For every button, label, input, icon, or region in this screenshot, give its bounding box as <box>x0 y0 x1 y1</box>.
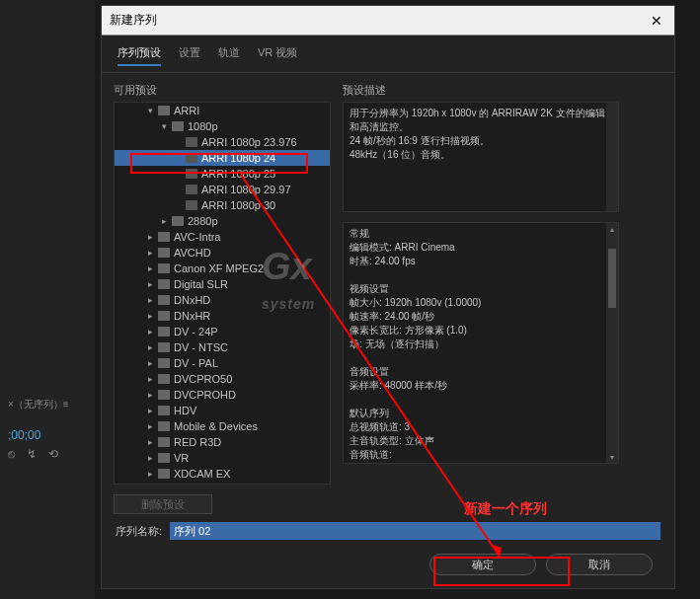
chevron-icon[interactable]: ▸ <box>148 342 158 352</box>
chevron-icon[interactable]: ▸ <box>148 406 158 415</box>
folder-icon <box>158 279 170 289</box>
tree-folder[interactable]: ▸XDCAM EX <box>115 466 330 482</box>
folder-icon <box>158 295 170 305</box>
chevron-icon[interactable]: ▸ <box>148 311 158 321</box>
tree-folder[interactable]: ▸VR <box>115 450 330 466</box>
panel-icon[interactable]: ⟲ <box>48 447 58 461</box>
folder-icon <box>172 216 184 226</box>
preset-file-icon <box>186 153 197 163</box>
available-presets-label: 可用预设 <box>114 83 331 98</box>
tree-item-label: ARRI 1080p 24 <box>201 152 275 164</box>
chevron-icon[interactable]: ▸ <box>148 295 158 305</box>
scroll-down-icon[interactable]: ▾ <box>606 451 618 463</box>
tree-folder[interactable]: ▸DVCPRO50 <box>115 371 330 387</box>
close-icon[interactable]: ✕ <box>647 13 666 29</box>
chevron-icon[interactable]: ▸ <box>148 390 158 400</box>
tree-preset-item[interactable]: ARRI 1080p 23.976 <box>115 134 330 150</box>
chevron-icon[interactable]: ▸ <box>148 232 158 242</box>
tree-folder[interactable]: ▸AVC-Intra <box>115 229 330 245</box>
preset-file-icon <box>186 137 197 147</box>
timecode[interactable]: ;00;00 <box>0 428 40 442</box>
tree-folder[interactable]: ▸Digital SLR <box>115 276 330 292</box>
tree-folder[interactable]: ▸RED R3D <box>115 434 330 450</box>
chevron-icon[interactable]: ▸ <box>148 421 158 431</box>
ok-button[interactable]: 确定 <box>429 554 536 575</box>
folder-icon <box>158 358 170 368</box>
chevron-icon[interactable]: ▸ <box>148 327 158 337</box>
preset-desc-label: 预设描述 <box>343 83 662 98</box>
tree-item-label: Digital SLR <box>174 278 228 290</box>
preset-file-icon <box>186 169 197 179</box>
tree-folder[interactable]: ▸Mobile & Devices <box>115 418 330 434</box>
tree-item-label: DVCPROHD <box>174 389 236 401</box>
tree-preset-item[interactable]: ARRI 1080p 30 <box>115 197 330 213</box>
project-icons: ⎋ ↯ ⟲ <box>8 447 58 461</box>
tree-folder[interactable]: ▾1080p <box>115 118 330 134</box>
sequence-name-input[interactable] <box>170 522 661 540</box>
tree-item-label: RED R3D <box>174 436 221 448</box>
delete-preset-button[interactable]: 删除预设 <box>114 494 212 514</box>
folder-icon <box>158 421 170 431</box>
new-sequence-dialog: 新建序列 ✕ 序列预设 设置 轨道 VR 视频 可用预设 ▾ARRI▾1080p… <box>101 5 675 589</box>
chevron-icon[interactable]: ▸ <box>148 469 158 479</box>
tree-item-label: DV - NTSC <box>174 341 228 353</box>
tree-folder[interactable]: ▸2880p <box>115 213 330 229</box>
tree-preset-item[interactable]: ARRI 1080p 25 <box>115 166 330 182</box>
folder-icon <box>158 106 170 115</box>
tree-item-label: ARRI 1080p 29.97 <box>201 184 291 195</box>
chevron-icon[interactable]: ▸ <box>148 248 158 258</box>
panel-icon[interactable]: ↯ <box>27 447 37 461</box>
tree-folder[interactable]: ▸DNxHR <box>115 308 330 324</box>
preset-tree[interactable]: ▾ARRI▾1080pARRI 1080p 23.976ARRI 1080p 2… <box>114 102 331 485</box>
tab-tracks[interactable]: 轨道 <box>218 45 240 66</box>
scroll-thumb[interactable] <box>608 249 616 308</box>
tree-item-label: Canon XF MPEG2 <box>174 262 264 274</box>
tab-vr[interactable]: VR 视频 <box>258 45 297 66</box>
tree-folder[interactable]: ▸DV - PAL <box>115 355 330 371</box>
dialog-titlebar: 新建序列 ✕ <box>102 6 674 36</box>
folder-icon <box>158 374 170 384</box>
chevron-icon[interactable]: ▸ <box>148 279 158 289</box>
tree-item-label: AVC-Intra <box>174 231 220 243</box>
tree-item-label: DNxHD <box>174 294 210 306</box>
folder-icon <box>158 453 170 463</box>
scrollbar[interactable] <box>606 103 618 211</box>
folder-icon <box>158 327 170 337</box>
scrollbar[interactable]: ▴ ▾ <box>606 223 618 463</box>
tree-item-label: XDCAM EX <box>174 468 230 480</box>
tree-folder[interactable]: ▸DV - 24P <box>115 324 330 339</box>
tree-folder[interactable]: ▸DVCPROHD <box>115 387 330 403</box>
tree-folder[interactable]: ▸DNxHD <box>115 292 330 308</box>
folder-icon <box>158 437 170 447</box>
tree-folder[interactable]: ▾ARRI <box>115 103 330 118</box>
tree-preset-item[interactable]: ARRI 1080p 29.97 <box>115 182 330 197</box>
tree-item-label: VR <box>174 452 189 464</box>
tab-settings[interactable]: 设置 <box>179 45 200 66</box>
tree-item-label: HDV <box>174 405 196 416</box>
tree-folder[interactable]: ▸Canon XF MPEG2 <box>115 261 330 276</box>
tab-preset[interactable]: 序列预设 <box>117 45 161 66</box>
chevron-icon[interactable]: ▸ <box>162 216 172 226</box>
chevron-icon[interactable]: ▾ <box>162 121 172 131</box>
project-panel-header: ×（无序列）≡ <box>0 398 69 412</box>
tree-item-label: 1080p <box>188 120 218 132</box>
panel-icon[interactable]: ⎋ <box>8 447 15 461</box>
scroll-up-icon[interactable]: ▴ <box>606 223 618 235</box>
tree-folder[interactable]: ▸HDV <box>115 403 330 418</box>
tree-item-label: AVCHD <box>174 247 211 259</box>
tree-preset-item[interactable]: ARRI 1080p 24 <box>115 150 330 166</box>
folder-icon <box>158 263 170 273</box>
tree-folder[interactable]: ▸AVCHD <box>115 245 330 261</box>
chevron-icon[interactable]: ▸ <box>148 263 158 273</box>
tree-folder[interactable]: ▸DV - NTSC <box>115 339 330 355</box>
chevron-icon[interactable]: ▾ <box>148 106 158 115</box>
preset-file-icon <box>186 200 197 210</box>
chevron-icon[interactable]: ▸ <box>148 453 158 463</box>
chevron-icon[interactable]: ▸ <box>148 358 158 368</box>
chevron-icon[interactable]: ▸ <box>148 437 158 447</box>
cancel-button[interactable]: 取消 <box>546 554 653 575</box>
folder-icon <box>158 248 170 258</box>
folder-icon <box>158 342 170 352</box>
chevron-icon[interactable]: ▸ <box>148 374 158 384</box>
dialog-title: 新建序列 <box>110 12 647 29</box>
